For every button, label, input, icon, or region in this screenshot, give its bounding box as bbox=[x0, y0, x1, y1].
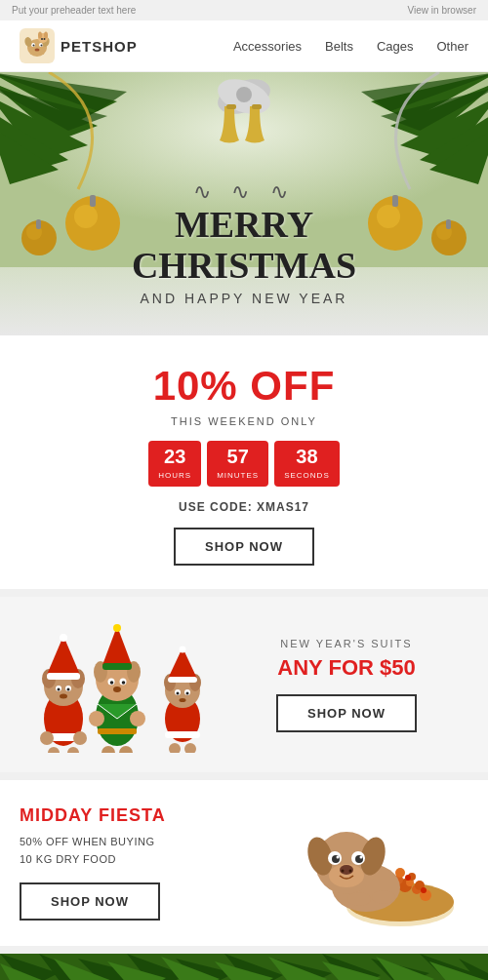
svg-point-72 bbox=[110, 681, 114, 685]
countdown-seconds: 38 SECONDS bbox=[274, 441, 340, 487]
svg-point-96 bbox=[180, 647, 186, 653]
svg-point-60 bbox=[60, 634, 67, 642]
discount-section: 10% OFF THIS WEEKEND ONLY 23 HOURS 57 MI… bbox=[0, 335, 488, 589]
svg-point-133 bbox=[372, 890, 395, 904]
svg-rect-85 bbox=[165, 731, 200, 738]
navigation: PETSHOP Accessories Belts Cages Other bbox=[0, 20, 488, 72]
svg-rect-33 bbox=[226, 104, 236, 109]
svg-point-55 bbox=[58, 688, 61, 691]
svg-point-5 bbox=[41, 45, 43, 47]
svg-point-12 bbox=[41, 38, 43, 40]
svg-point-79 bbox=[130, 711, 145, 726]
footer-garland: ❄ ✿ ❄ ✿ ❄ ✿ ❄ ✿ bbox=[0, 954, 488, 980]
nav-link-cages[interactable]: Cages bbox=[377, 39, 414, 54]
logo[interactable]: PETSHOP bbox=[20, 28, 138, 63]
nav-link-belts[interactable]: Belts bbox=[325, 39, 353, 54]
svg-rect-37 bbox=[90, 195, 96, 207]
svg-rect-34 bbox=[252, 104, 262, 109]
svg-rect-59 bbox=[47, 673, 80, 680]
shop-now-button-3[interactable]: SHOP NOW bbox=[20, 882, 160, 921]
shop-now-button-2[interactable]: SHOP NOW bbox=[276, 694, 417, 732]
hero-section: ∿ ∿ ∿ MERRY CHRISTMAS AND HAPPY NEW YEAR bbox=[0, 72, 488, 335]
svg-point-132 bbox=[347, 892, 371, 906]
svg-point-93 bbox=[180, 698, 186, 702]
svg-rect-76 bbox=[102, 663, 132, 670]
midday-text-area: MIDDAY FIESTA 50% OFF WHEN BUYING10 KG D… bbox=[20, 805, 283, 920]
suits-image bbox=[20, 616, 215, 753]
svg-point-128 bbox=[360, 856, 363, 859]
svg-point-127 bbox=[337, 856, 340, 859]
suits-price: ANY FOR $50 bbox=[224, 655, 468, 681]
suits-text-area: NEW YEAR'S SUITS ANY FOR $50 SHOP NOW bbox=[224, 638, 468, 732]
nav-link-accessories[interactable]: Accessories bbox=[233, 39, 302, 54]
svg-point-117 bbox=[421, 887, 427, 893]
nav-links: Accessories Belts Cages Other bbox=[233, 39, 468, 54]
dogs-costumes-svg bbox=[20, 616, 215, 753]
svg-point-77 bbox=[113, 624, 121, 632]
hero-subheadline: AND HAPPY NEW YEAR bbox=[132, 291, 356, 306]
svg-rect-46 bbox=[446, 219, 451, 229]
food-dog-svg bbox=[293, 800, 468, 926]
suits-label: NEW YEAR'S SUITS bbox=[224, 638, 468, 649]
svg-point-56 bbox=[67, 688, 70, 691]
logo-text: PETSHOP bbox=[61, 38, 138, 55]
svg-point-113 bbox=[395, 868, 405, 878]
garland-svg: ❄ ✿ ❄ ✿ ❄ ✿ ❄ ✿ bbox=[0, 954, 488, 980]
svg-point-13 bbox=[44, 38, 46, 40]
svg-point-42 bbox=[377, 205, 400, 228]
svg-point-11 bbox=[44, 32, 48, 39]
svg-point-10 bbox=[38, 32, 42, 39]
svg-point-36 bbox=[74, 205, 98, 228]
svg-point-78 bbox=[89, 711, 104, 726]
shop-now-button-1[interactable]: SHOP NOW bbox=[174, 528, 314, 566]
svg-point-74 bbox=[113, 686, 121, 692]
svg-point-32 bbox=[236, 87, 252, 102]
svg-point-62 bbox=[73, 731, 87, 745]
food-dog-image bbox=[293, 800, 468, 926]
preheader-text: Put your preheader text here bbox=[12, 5, 136, 16]
hero-swirl: ∿ ∿ ∿ bbox=[132, 179, 356, 205]
countdown-minutes: 57 MINUTES bbox=[207, 441, 268, 487]
nav-link-other[interactable]: Other bbox=[436, 39, 468, 54]
svg-rect-40 bbox=[36, 219, 41, 229]
svg-point-91 bbox=[177, 692, 180, 695]
svg-point-61 bbox=[40, 731, 54, 745]
logo-icon bbox=[20, 28, 55, 63]
countdown-timer: 23 HOURS 57 MINUTES 38 SECONDS bbox=[20, 441, 468, 487]
midday-title: MIDDAY FIESTA bbox=[20, 805, 283, 826]
svg-rect-43 bbox=[392, 195, 398, 207]
weekend-only-text: THIS WEEKEND ONLY bbox=[20, 415, 468, 427]
midday-description: 50% OFF WHEN BUYING10 KG DRY FOOD bbox=[20, 834, 283, 868]
countdown-hours: 23 HOURS bbox=[148, 441, 201, 487]
svg-point-57 bbox=[60, 694, 67, 699]
hero-headline: MERRY CHRISTMAS bbox=[132, 205, 356, 287]
top-bar: Put your preheader text here View in bro… bbox=[0, 0, 488, 20]
svg-rect-95 bbox=[168, 677, 197, 683]
svg-point-131 bbox=[349, 870, 352, 873]
svg-point-116 bbox=[405, 875, 411, 881]
svg-point-73 bbox=[122, 681, 126, 685]
svg-point-130 bbox=[342, 870, 345, 873]
view-in-browser-link[interactable]: View in browser bbox=[408, 5, 476, 16]
suits-section: NEW YEAR'S SUITS ANY FOR $50 SHOP NOW bbox=[0, 597, 488, 772]
midday-section: MIDDAY FIESTA 50% OFF WHEN BUYING10 KG D… bbox=[0, 780, 488, 946]
svg-point-4 bbox=[33, 45, 35, 47]
svg-point-92 bbox=[186, 692, 189, 695]
svg-rect-66 bbox=[98, 728, 137, 734]
promo-code-label: USE CODE: XMAS17 bbox=[20, 500, 468, 514]
svg-point-6 bbox=[35, 49, 40, 52]
hero-content: ∿ ∿ ∿ MERRY CHRISTMAS AND HAPPY NEW YEAR bbox=[132, 179, 356, 306]
discount-percent: 10% OFF bbox=[20, 363, 468, 410]
